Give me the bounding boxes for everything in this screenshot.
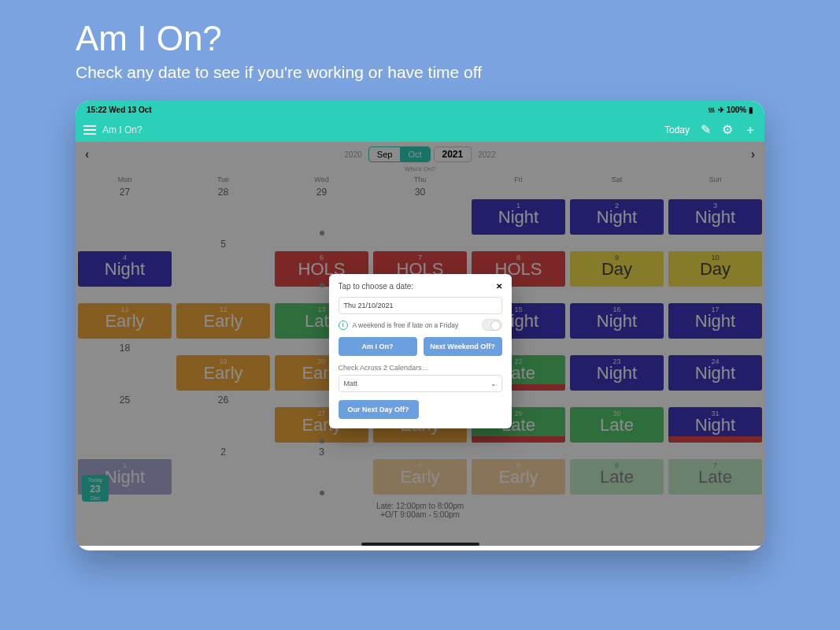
am-i-on-modal: Tap to choose a date: ✕ Thu 21/10/2021 i… [329,274,512,428]
cross-calendar-label: Check Across 2 Calendars… [339,364,502,372]
am-i-on-button[interactable]: Am I On? [339,337,417,356]
app-title: Am I On? [102,124,142,135]
status-time: 15:22 Wed 13 Oct [87,106,152,114]
our-next-day-off-button[interactable]: Our Next Day Off? [339,400,419,419]
today-button[interactable]: Today [664,124,690,135]
status-bar: 15:22 Wed 13 Oct ᯾ ✈︎ 100% ▮ [76,101,764,118]
info-icon: i [339,321,348,330]
chevron-down-icon: ⌄ [490,380,497,387]
close-icon[interactable]: ✕ [496,282,502,291]
weekend-hint: A weekend is free if late on a Friday [353,321,459,329]
edit-icon[interactable]: ✎ [701,124,711,136]
hero-subtitle: Check any date to see if you're working … [76,63,764,82]
settings-icon[interactable]: ⚙ [722,124,733,136]
tablet-frame: 15:22 Wed 13 Oct ᯾ ✈︎ 100% ▮ Am I On? To… [76,101,764,550]
hero-title: Am I On? [76,19,764,58]
date-input[interactable]: Thu 21/10/2021 [339,297,502,314]
next-weekend-off-button[interactable]: Next Weekend Off? [424,337,502,356]
calendar-area: ‹ 2020 SepOct 2021 2022 › Who's On? MonT… [76,142,764,546]
status-battery: ᯾ ✈︎ 100% ▮ [708,106,753,114]
calendar-select[interactable]: Matt⌄ [339,375,502,392]
menu-icon[interactable] [83,125,96,135]
modal-title: Tap to choose a date: [339,282,414,291]
weekend-toggle[interactable] [482,319,502,331]
add-icon[interactable]: ＋ [744,124,757,136]
app-bar: Am I On? Today ✎ ⚙ ＋ [76,118,764,142]
